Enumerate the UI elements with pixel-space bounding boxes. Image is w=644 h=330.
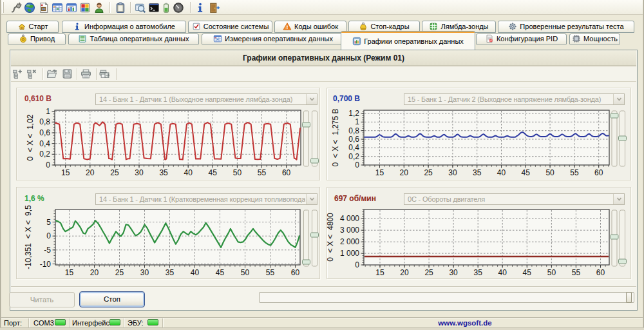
svg-text:60: 60 <box>594 168 603 177</box>
svg-text:25: 25 <box>424 268 433 277</box>
svg-text:0: 0 <box>355 160 359 170</box>
svg-text:50: 50 <box>233 168 242 177</box>
svg-text:1 000: 1 000 <box>340 249 359 258</box>
svg-text:-10: -10 <box>40 260 52 269</box>
svg-text:1: 1 <box>46 107 50 116</box>
svg-text:30: 30 <box>135 168 144 177</box>
svg-text:0,6: 0,6 <box>348 135 359 144</box>
svg-text:45: 45 <box>522 168 531 177</box>
svg-text:0: 0 <box>46 160 50 170</box>
svg-text:0,2: 0,2 <box>348 152 359 161</box>
svg-text:0,6: 0,6 <box>39 128 50 137</box>
svg-text:15: 15 <box>61 168 70 177</box>
svg-text:-5: -5 <box>44 246 51 255</box>
svg-text:0 < X < 4800: 0 < X < 4800 <box>326 213 335 262</box>
svg-text:55: 55 <box>258 168 267 177</box>
svg-text:40: 40 <box>191 268 200 277</box>
svg-text:35: 35 <box>473 168 482 177</box>
svg-text:-10,351 < X < 9,5: -10,351 < X < 9,5 <box>24 205 33 269</box>
svg-text:25: 25 <box>110 168 119 177</box>
svg-text:20: 20 <box>400 268 409 277</box>
svg-text:30: 30 <box>448 168 457 177</box>
svg-text:60: 60 <box>291 268 300 277</box>
svg-text:3 000: 3 000 <box>340 226 359 235</box>
svg-text:0: 0 <box>355 260 359 269</box>
svg-text:55: 55 <box>572 268 581 277</box>
svg-text:0,4: 0,4 <box>39 139 50 148</box>
svg-text:45: 45 <box>523 268 532 277</box>
svg-text:0,8: 0,8 <box>348 126 359 135</box>
svg-text:20: 20 <box>400 168 409 177</box>
svg-text:15: 15 <box>375 268 384 277</box>
svg-text:1,2: 1,2 <box>348 109 359 118</box>
svg-text:25: 25 <box>424 168 433 177</box>
svg-text:0: 0 <box>46 231 51 240</box>
svg-text:45: 45 <box>209 168 218 177</box>
svg-text:5: 5 <box>46 218 51 227</box>
svg-text:15: 15 <box>65 268 74 277</box>
svg-text:4 000: 4 000 <box>340 214 359 223</box>
svg-text:40: 40 <box>184 168 193 177</box>
svg-text:15: 15 <box>375 168 384 177</box>
svg-text:20: 20 <box>90 268 99 277</box>
svg-text:35: 35 <box>474 268 483 277</box>
svg-text:55: 55 <box>266 268 275 277</box>
svg-text:40: 40 <box>498 268 507 277</box>
svg-text:0,4: 0,4 <box>348 143 359 152</box>
svg-text:40: 40 <box>497 168 506 177</box>
svg-text:30: 30 <box>449 268 458 277</box>
svg-text:60: 60 <box>596 268 605 277</box>
svg-text:50: 50 <box>547 268 556 277</box>
svg-text:2 000: 2 000 <box>340 237 359 246</box>
svg-text:0 < X < 1,02: 0 < X < 1,02 <box>26 114 35 160</box>
svg-text:50: 50 <box>545 168 554 177</box>
svg-text:45: 45 <box>216 268 225 277</box>
svg-text:30: 30 <box>140 268 149 277</box>
svg-text:0 < X < 1,275 В: 0 < X < 1,275 В <box>331 108 340 166</box>
svg-text:60: 60 <box>282 168 291 177</box>
svg-text:0,2: 0,2 <box>39 150 50 159</box>
svg-text:0,8: 0,8 <box>39 117 50 126</box>
svg-text:55: 55 <box>570 168 579 177</box>
svg-text:35: 35 <box>166 268 175 277</box>
svg-text:1: 1 <box>355 117 359 126</box>
svg-text:35: 35 <box>159 168 168 177</box>
svg-text:50: 50 <box>241 268 250 277</box>
svg-text:20: 20 <box>86 168 95 177</box>
svg-text:25: 25 <box>115 268 124 277</box>
